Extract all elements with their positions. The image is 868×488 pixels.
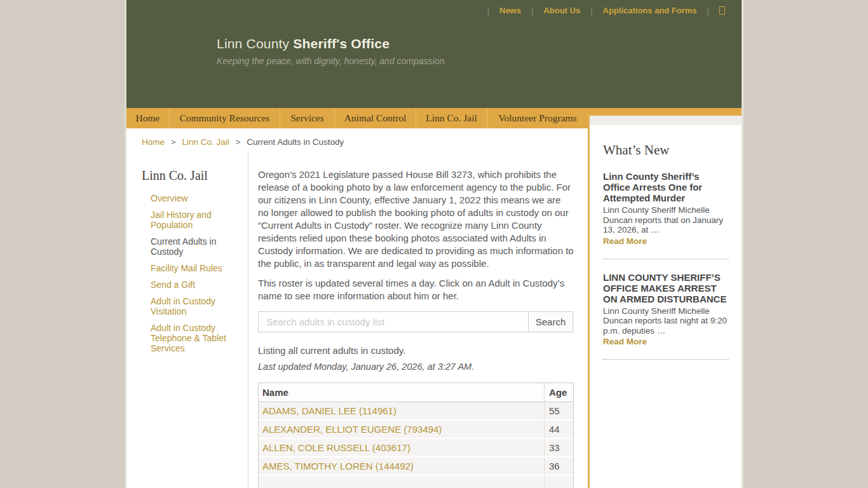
content-columns: Linn Co. Jail Overview Jail History and … bbox=[126, 152, 588, 488]
left-main-region: Home Community Resources Services Animal… bbox=[126, 108, 588, 488]
column-header-age: Age bbox=[544, 383, 573, 402]
sidebar-item-jail-history[interactable]: Jail History and Population bbox=[151, 210, 236, 230]
nav-item-home[interactable]: Home bbox=[126, 108, 170, 128]
site-title-bold: Sheriff's Office bbox=[293, 36, 390, 51]
breadcrumb-separator: > bbox=[171, 137, 176, 147]
sidebar-title: Linn Co. Jail bbox=[142, 168, 236, 183]
roster-note-paragraph: This roster is updated several times a d… bbox=[258, 277, 574, 302]
whats-new-title: What’s New bbox=[603, 142, 729, 158]
topbar-link-news[interactable]: News bbox=[499, 6, 521, 15]
topbar-link-applications-forms[interactable]: Applications and Forms bbox=[603, 6, 697, 15]
search-input[interactable] bbox=[258, 311, 529, 332]
sidebar-item-overview[interactable]: Overview bbox=[151, 193, 236, 203]
news-item: Linn County Sheriff’s Office Arrests One… bbox=[603, 171, 729, 247]
news-item-excerpt: Linn County Sheriff Michelle Duncan repo… bbox=[603, 306, 729, 336]
custody-age-cell bbox=[544, 476, 573, 488]
news-item-title: Linn County Sheriff’s Office Arrests One… bbox=[603, 171, 729, 203]
body-row: Home Community Resources Services Animal… bbox=[126, 108, 742, 488]
sidebar-link[interactable]: Adult in Custody Visitation bbox=[151, 296, 215, 316]
site-title: Linn County Sheriff's Office bbox=[217, 36, 742, 51]
breadcrumb-separator: > bbox=[236, 137, 241, 147]
sidebar-item-current-adults: Current Adults in Custody bbox=[151, 236, 236, 257]
custody-age-cell: 36 bbox=[544, 458, 573, 476]
news-item-title: LINN COUNTY SHERIFF’S OFFICE MAKES ARRES… bbox=[603, 272, 729, 304]
custody-name-link[interactable]: AMES, TIMOTHY LOREN (144492) bbox=[262, 461, 414, 471]
topbar-separator: | bbox=[487, 6, 489, 15]
box-glyph-icon[interactable] bbox=[719, 6, 725, 15]
nav-item-animal-control[interactable]: Animal Control bbox=[335, 108, 416, 128]
read-more-link[interactable]: Read More bbox=[603, 236, 647, 246]
custody-name-cell: ALEXANDER, ELLIOT EUGENE (793494) bbox=[259, 421, 544, 439]
sidebar-link[interactable]: Overview bbox=[151, 193, 187, 203]
nav-item-volunteer-programs[interactable]: Volunteer Programs bbox=[487, 108, 588, 128]
sidebar-item-facility-mail-rules[interactable]: Facility Mail Rules bbox=[151, 263, 236, 273]
dotted-divider bbox=[603, 259, 729, 259]
breadcrumb: Home > Linn Co. Jail > Current Adults in… bbox=[126, 128, 588, 152]
last-updated-text: Last updated Monday, January 26, 2026, a… bbox=[258, 362, 574, 372]
custody-name-link[interactable]: ALLEN, COLE RUSSELL (403617) bbox=[262, 442, 410, 453]
topbar-separator: | bbox=[590, 6, 592, 15]
custody-name-link[interactable]: ALEXANDER, ELLIOT EUGENE (793494) bbox=[262, 424, 442, 435]
table-row: ALLEN, COLE RUSSELL (403617) 33 bbox=[259, 439, 573, 458]
sidebar-item-visitation[interactable]: Adult in Custody Visitation bbox=[151, 296, 236, 316]
sidebar-link[interactable]: Send a Gift bbox=[151, 280, 195, 290]
site-tagline: Keeping the peace, with dignity, honesty… bbox=[217, 56, 742, 66]
custody-name-link[interactable]: ADAMS, DANIEL LEE (114961) bbox=[262, 405, 397, 416]
site-header: | News | About Us | Applications and For… bbox=[126, 0, 742, 108]
nav-item-services[interactable]: Services bbox=[280, 108, 335, 128]
sidebar-link[interactable]: Jail History and Population bbox=[151, 210, 212, 230]
table-row: ADAMS, DANIEL LEE (114961) 55 bbox=[259, 402, 573, 421]
listing-status-text: Listing all current adults in custody. bbox=[258, 345, 574, 356]
topbar-separator: | bbox=[531, 6, 533, 15]
search-button[interactable]: Search bbox=[529, 311, 573, 332]
nav-item-community-resources[interactable]: Community Resources bbox=[170, 108, 280, 128]
custody-name-cell bbox=[259, 476, 544, 488]
intro-paragraph: Oregon’s 2021 Legislature passed House B… bbox=[258, 168, 574, 270]
topbar-link-about-us[interactable]: About Us bbox=[543, 6, 580, 15]
custody-name-cell: AMES, TIMOTHY LOREN (144492) bbox=[259, 458, 544, 476]
whats-new-panel: What’s New Linn County Sheriff’s Office … bbox=[588, 116, 742, 488]
main-content: Oregon’s 2021 Legislature passed House B… bbox=[248, 152, 588, 488]
news-item: LINN COUNTY SHERIFF’S OFFICE MAKES ARRES… bbox=[603, 272, 729, 348]
nav-item-linn-co-jail[interactable]: Linn Co. Jail bbox=[416, 108, 487, 128]
gray-accent-strip bbox=[590, 116, 742, 125]
read-more-link[interactable]: Read More bbox=[603, 337, 647, 346]
sidebar-current-page-label: Current Adults in Custody bbox=[151, 236, 217, 257]
sidebar-item-send-a-gift[interactable]: Send a Gift bbox=[151, 280, 236, 290]
breadcrumb-current-page: Current Adults in Custody bbox=[247, 137, 344, 147]
custody-name-cell: ALLEN, COLE RUSSELL (403617) bbox=[259, 439, 544, 458]
column-header-name: Name bbox=[259, 383, 544, 402]
sidebar-item-telephone-tablet[interactable]: Adult in Custody Telephone & Tablet Serv… bbox=[151, 323, 236, 353]
custody-age-cell: 33 bbox=[544, 439, 573, 458]
page-container: | News | About Us | Applications and For… bbox=[125, 0, 743, 488]
custody-age-cell: 44 bbox=[544, 421, 573, 439]
table-header-row: Name Age bbox=[259, 383, 573, 402]
breadcrumb-home[interactable]: Home bbox=[142, 137, 165, 147]
custody-age-cell: 55 bbox=[544, 402, 573, 421]
custody-roster-table: Name Age ADAMS, DANIEL LEE (114961) 55 A… bbox=[258, 383, 574, 488]
whats-new-sidebar: What’s New Linn County Sheriff’s Office … bbox=[588, 108, 742, 488]
site-title-regular: Linn County bbox=[217, 36, 289, 51]
jail-sidebar: Linn Co. Jail Overview Jail History and … bbox=[126, 152, 248, 488]
custody-name-cell: ADAMS, DANIEL LEE (114961) bbox=[259, 402, 544, 421]
sidebar-link[interactable]: Facility Mail Rules bbox=[151, 263, 222, 273]
custody-search: Search bbox=[258, 311, 574, 332]
sidebar-link[interactable]: Adult in Custody Telephone & Tablet Serv… bbox=[151, 323, 226, 353]
main-navigation: Home Community Resources Services Animal… bbox=[126, 108, 588, 128]
gold-accent-strip bbox=[588, 108, 742, 116]
table-row: ALEXANDER, ELLIOT EUGENE (793494) 44 bbox=[259, 421, 573, 439]
topbar: | News | About Us | Applications and For… bbox=[126, 0, 742, 15]
breadcrumb-linn-co-jail[interactable]: Linn Co. Jail bbox=[182, 137, 229, 147]
table-row-partial bbox=[259, 476, 573, 488]
sidebar-links: Overview Jail History and Population Cur… bbox=[142, 193, 236, 353]
table-row: AMES, TIMOTHY LOREN (144492) 36 bbox=[259, 458, 573, 476]
topbar-separator: | bbox=[707, 6, 709, 15]
dotted-divider bbox=[603, 359, 729, 360]
news-item-excerpt: Linn County Sheriff Michelle Duncan repo… bbox=[603, 205, 729, 235]
